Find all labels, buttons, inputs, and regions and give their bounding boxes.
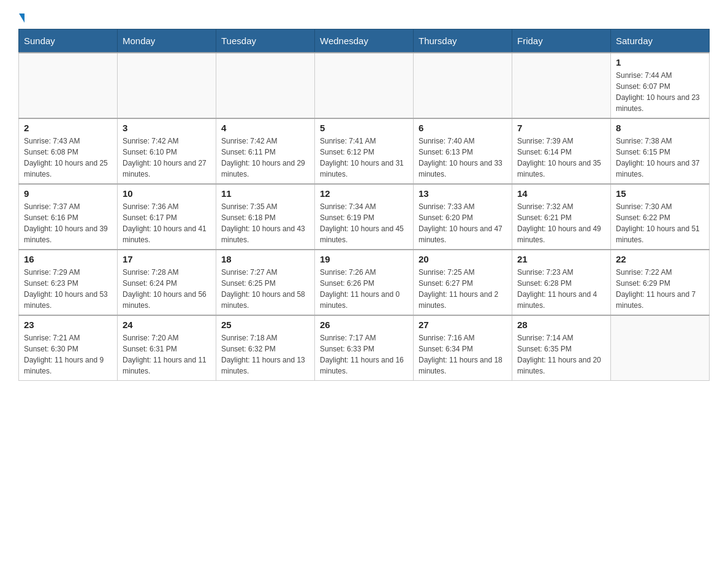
day-header-sunday: Sunday (19, 29, 118, 53)
calendar-cell (315, 53, 414, 118)
calendar-cell: 15Sunrise: 7:30 AM Sunset: 6:22 PM Dayli… (611, 184, 710, 250)
day-header-tuesday: Tuesday (216, 29, 315, 53)
day-number: 13 (419, 188, 507, 199)
calendar-cell: 21Sunrise: 7:23 AM Sunset: 6:28 PM Dayli… (512, 250, 611, 315)
calendar-table: SundayMondayTuesdayWednesdayThursdayFrid… (18, 29, 710, 381)
calendar-cell: 18Sunrise: 7:27 AM Sunset: 6:25 PM Dayli… (216, 250, 315, 315)
day-info: Sunrise: 7:41 AM Sunset: 6:12 PM Dayligh… (320, 136, 408, 180)
day-number: 15 (616, 188, 704, 199)
day-number: 27 (419, 320, 507, 330)
logo (18, 12, 25, 23)
calendar-cell (611, 315, 710, 381)
calendar-cell: 12Sunrise: 7:34 AM Sunset: 6:19 PM Dayli… (315, 184, 414, 250)
day-number: 8 (616, 123, 704, 133)
day-number: 5 (320, 123, 408, 133)
calendar-cell: 5Sunrise: 7:41 AM Sunset: 6:12 PM Daylig… (315, 118, 414, 184)
logo-arrow-icon (19, 13, 25, 23)
calendar-cell: 7Sunrise: 7:39 AM Sunset: 6:14 PM Daylig… (512, 118, 611, 184)
calendar-cell: 22Sunrise: 7:22 AM Sunset: 6:29 PM Dayli… (611, 250, 710, 315)
calendar-cell (118, 53, 216, 118)
day-number: 24 (123, 320, 211, 330)
calendar-week-row: 9Sunrise: 7:37 AM Sunset: 6:16 PM Daylig… (19, 184, 710, 250)
day-number: 6 (419, 123, 507, 133)
day-info: Sunrise: 7:36 AM Sunset: 6:17 PM Dayligh… (123, 201, 211, 245)
calendar-cell: 3Sunrise: 7:42 AM Sunset: 6:10 PM Daylig… (118, 118, 216, 184)
day-info: Sunrise: 7:16 AM Sunset: 6:34 PM Dayligh… (419, 332, 507, 377)
calendar-cell: 14Sunrise: 7:32 AM Sunset: 6:21 PM Dayli… (512, 184, 611, 250)
day-number: 19 (320, 254, 408, 264)
day-info: Sunrise: 7:44 AM Sunset: 6:07 PM Dayligh… (616, 70, 704, 114)
calendar-cell: 4Sunrise: 7:42 AM Sunset: 6:11 PM Daylig… (216, 118, 315, 184)
day-number: 17 (123, 254, 211, 264)
day-info: Sunrise: 7:22 AM Sunset: 6:29 PM Dayligh… (616, 267, 704, 311)
calendar-cell: 11Sunrise: 7:35 AM Sunset: 6:18 PM Dayli… (216, 184, 315, 250)
calendar-cell: 27Sunrise: 7:16 AM Sunset: 6:34 PM Dayli… (414, 315, 512, 381)
day-number: 9 (24, 188, 112, 199)
day-number: 20 (419, 254, 507, 264)
day-info: Sunrise: 7:20 AM Sunset: 6:31 PM Dayligh… (123, 332, 211, 377)
calendar-cell: 13Sunrise: 7:33 AM Sunset: 6:20 PM Dayli… (414, 184, 512, 250)
calendar-cell: 2Sunrise: 7:43 AM Sunset: 6:08 PM Daylig… (19, 118, 118, 184)
day-info: Sunrise: 7:35 AM Sunset: 6:18 PM Dayligh… (221, 201, 309, 245)
day-info: Sunrise: 7:34 AM Sunset: 6:19 PM Dayligh… (320, 201, 408, 245)
day-number: 21 (517, 254, 605, 264)
calendar-header-row: SundayMondayTuesdayWednesdayThursdayFrid… (19, 29, 710, 53)
day-info: Sunrise: 7:37 AM Sunset: 6:16 PM Dayligh… (24, 201, 112, 245)
day-number: 7 (517, 123, 605, 133)
day-info: Sunrise: 7:29 AM Sunset: 6:23 PM Dayligh… (24, 267, 112, 311)
day-number: 28 (517, 320, 605, 330)
day-number: 11 (221, 188, 309, 199)
calendar-cell: 6Sunrise: 7:40 AM Sunset: 6:13 PM Daylig… (414, 118, 512, 184)
calendar-cell: 1Sunrise: 7:44 AM Sunset: 6:07 PM Daylig… (611, 53, 710, 118)
calendar-week-row: 1Sunrise: 7:44 AM Sunset: 6:07 PM Daylig… (19, 53, 710, 118)
day-info: Sunrise: 7:42 AM Sunset: 6:10 PM Dayligh… (123, 136, 211, 180)
day-info: Sunrise: 7:42 AM Sunset: 6:11 PM Dayligh… (221, 136, 309, 180)
calendar-cell: 23Sunrise: 7:21 AM Sunset: 6:30 PM Dayli… (19, 315, 118, 381)
day-number: 25 (221, 320, 309, 330)
day-header-wednesday: Wednesday (315, 29, 414, 53)
calendar-cell: 20Sunrise: 7:25 AM Sunset: 6:27 PM Dayli… (414, 250, 512, 315)
day-header-saturday: Saturday (611, 29, 710, 53)
calendar-week-row: 23Sunrise: 7:21 AM Sunset: 6:30 PM Dayli… (19, 315, 710, 381)
day-number: 22 (616, 254, 704, 264)
calendar-cell: 24Sunrise: 7:20 AM Sunset: 6:31 PM Dayli… (118, 315, 216, 381)
calendar-cell (414, 53, 512, 118)
day-info: Sunrise: 7:27 AM Sunset: 6:25 PM Dayligh… (221, 267, 309, 311)
day-info: Sunrise: 7:18 AM Sunset: 6:32 PM Dayligh… (221, 332, 309, 377)
day-info: Sunrise: 7:39 AM Sunset: 6:14 PM Dayligh… (517, 136, 605, 180)
day-info: Sunrise: 7:43 AM Sunset: 6:08 PM Dayligh… (24, 136, 112, 180)
calendar-week-row: 2Sunrise: 7:43 AM Sunset: 6:08 PM Daylig… (19, 118, 710, 184)
day-info: Sunrise: 7:38 AM Sunset: 6:15 PM Dayligh… (616, 136, 704, 180)
calendar-cell: 16Sunrise: 7:29 AM Sunset: 6:23 PM Dayli… (19, 250, 118, 315)
day-number: 10 (123, 188, 211, 199)
day-info: Sunrise: 7:21 AM Sunset: 6:30 PM Dayligh… (24, 332, 112, 377)
page-header (18, 12, 710, 23)
day-number: 4 (221, 123, 309, 133)
day-info: Sunrise: 7:14 AM Sunset: 6:35 PM Dayligh… (517, 332, 605, 377)
calendar-cell: 10Sunrise: 7:36 AM Sunset: 6:17 PM Dayli… (118, 184, 216, 250)
calendar-cell (216, 53, 315, 118)
day-info: Sunrise: 7:32 AM Sunset: 6:21 PM Dayligh… (517, 201, 605, 245)
calendar-cell: 26Sunrise: 7:17 AM Sunset: 6:33 PM Dayli… (315, 315, 414, 381)
day-number: 12 (320, 188, 408, 199)
day-number: 26 (320, 320, 408, 330)
calendar-cell: 25Sunrise: 7:18 AM Sunset: 6:32 PM Dayli… (216, 315, 315, 381)
calendar-cell (512, 53, 611, 118)
calendar-cell: 17Sunrise: 7:28 AM Sunset: 6:24 PM Dayli… (118, 250, 216, 315)
day-number: 3 (123, 123, 211, 133)
day-number: 2 (24, 123, 112, 133)
day-info: Sunrise: 7:28 AM Sunset: 6:24 PM Dayligh… (123, 267, 211, 311)
day-header-monday: Monday (118, 29, 216, 53)
calendar-cell: 28Sunrise: 7:14 AM Sunset: 6:35 PM Dayli… (512, 315, 611, 381)
day-info: Sunrise: 7:25 AM Sunset: 6:27 PM Dayligh… (419, 267, 507, 311)
day-number: 1 (616, 57, 704, 67)
day-number: 23 (24, 320, 112, 330)
day-number: 14 (517, 188, 605, 199)
day-header-friday: Friday (512, 29, 611, 53)
day-info: Sunrise: 7:26 AM Sunset: 6:26 PM Dayligh… (320, 267, 408, 311)
calendar-cell: 9Sunrise: 7:37 AM Sunset: 6:16 PM Daylig… (19, 184, 118, 250)
day-info: Sunrise: 7:17 AM Sunset: 6:33 PM Dayligh… (320, 332, 408, 377)
day-header-thursday: Thursday (414, 29, 512, 53)
day-number: 18 (221, 254, 309, 264)
day-info: Sunrise: 7:40 AM Sunset: 6:13 PM Dayligh… (419, 136, 507, 180)
